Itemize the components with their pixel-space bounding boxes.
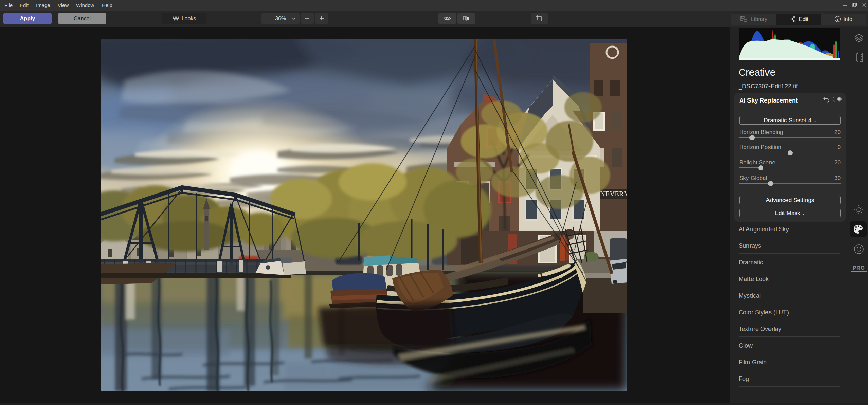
svg-text:i: i [837, 17, 838, 22]
svg-text:NEVERM: NEVERM [600, 190, 627, 198]
